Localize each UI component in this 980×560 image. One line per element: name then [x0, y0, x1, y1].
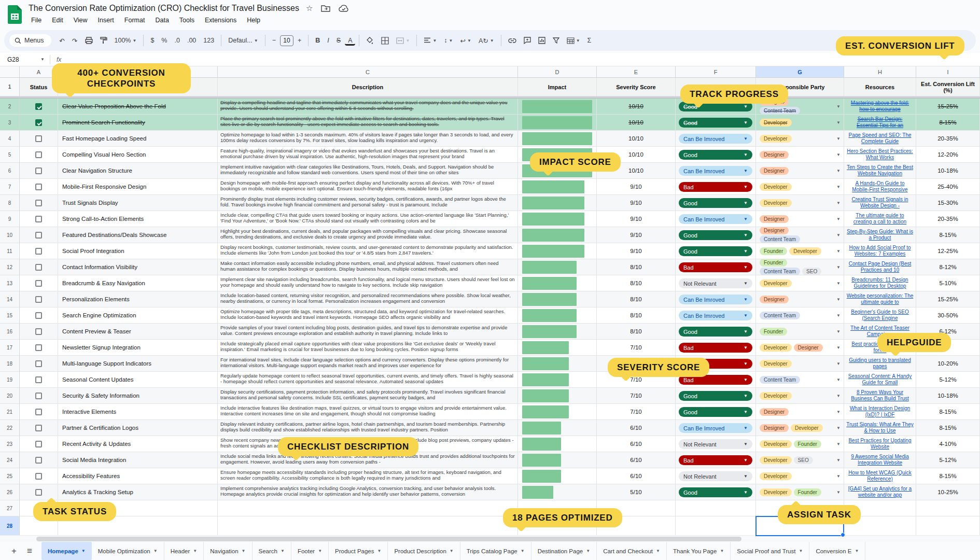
responsible-party-cell[interactable]: DeveloperDesigner▼ [756, 340, 844, 356]
status-dropdown-cell[interactable]: Good▼ [676, 324, 756, 340]
description-cell[interactable]: Regularly update homepage content to ref… [218, 372, 518, 388]
impact-bar-cell[interactable] [518, 275, 597, 291]
scrollbar-thumb[interactable] [36, 537, 741, 541]
conversion-lift-cell[interactable]: 12-20% [916, 147, 980, 163]
status-dropdown-cell[interactable]: Not Relevant▼ [676, 275, 756, 291]
responsible-party-cell[interactable]: Designer▼ [756, 163, 844, 179]
resource-link[interactable]: How to Add Social Proof to Websites: 7 E… [846, 245, 914, 257]
checkbox-unchecked[interactable] [35, 264, 42, 271]
checkpoint-name-cell[interactable]: Prominent Search Functionality [58, 115, 218, 131]
party-chip[interactable]: Founder [760, 259, 787, 267]
impact-bar-cell[interactable] [518, 227, 597, 243]
print-button[interactable] [82, 35, 96, 46]
party-chip[interactable]: Content Team [760, 235, 800, 243]
impact-bar-cell[interactable] [518, 307, 597, 324]
party-chip[interactable]: Designer [760, 424, 789, 432]
resource-link[interactable]: [GA4] Set up Analytics for a website and… [846, 486, 914, 498]
party-chip[interactable]: Designer [760, 167, 789, 175]
party-chip[interactable]: Developer [760, 488, 792, 496]
resource-link[interactable]: Hero Section Best Practices: What Works [846, 148, 914, 161]
description-cell[interactable]: Implement clear site navigation includin… [218, 275, 518, 291]
conversion-lift-cell[interactable]: 4-10% [916, 436, 980, 452]
resource-link[interactable]: Guiding users to translated pages [846, 357, 914, 370]
status-checkbox-cell[interactable] [20, 420, 58, 436]
conversion-lift-cell[interactable]: 8-12% [916, 259, 980, 275]
resource-link-cell[interactable]: How to Meet WCAG (Quick Reference) [844, 468, 916, 484]
party-chip[interactable]: Developer [791, 424, 823, 432]
checkbox-unchecked[interactable] [35, 280, 42, 287]
party-chip[interactable]: Designer [760, 227, 789, 234]
severity-score-cell[interactable]: 9/10 [597, 211, 676, 227]
status-dropdown-cell[interactable]: Good▼ [676, 404, 756, 420]
impact-bar-cell[interactable] [518, 211, 597, 227]
checkbox-unchecked[interactable] [35, 457, 42, 464]
checkpoint-name-cell[interactable]: Social Proof Integration [58, 243, 218, 259]
responsible-party-cell[interactable]: Developer▼ [756, 468, 844, 484]
severity-score-cell[interactable]: 8/10 [597, 259, 676, 275]
column-letter-E[interactable]: E [597, 66, 676, 78]
sheet-tab-thank-you-page[interactable]: Thank You Page▼ [667, 542, 731, 560]
checkpoint-name-cell[interactable]: Contact Information Visibility [58, 259, 218, 275]
description-cell[interactable]: Optimize homepage with proper title tags… [218, 307, 518, 324]
decrease-decimal-button[interactable]: .0 [171, 35, 183, 46]
responsible-party-cell[interactable]: Developer▼ [756, 195, 844, 211]
status-pill[interactable]: Can Be Imroved▼ [679, 166, 752, 176]
status-pill[interactable]: Good▼ [679, 407, 752, 417]
party-dropdown-arrow[interactable]: ▼ [836, 136, 841, 141]
empty-cell[interactable] [218, 516, 518, 536]
resource-link-cell[interactable]: 9 Awesome Social Media Integration Websi… [844, 452, 916, 468]
party-dropdown-arrow[interactable]: ▼ [836, 265, 841, 270]
conversion-lift-cell[interactable]: 20-35% [916, 211, 980, 227]
status-checkbox-cell[interactable] [20, 324, 58, 340]
status-pill[interactable]: Good▼ [679, 391, 752, 401]
severity-score-cell[interactable]: 10/10 [597, 131, 676, 147]
text-color-button[interactable]: A [345, 35, 355, 46]
responsible-party-cell[interactable]: DesignerDeveloper▼ [756, 420, 844, 436]
party-dropdown-arrow[interactable]: ▼ [836, 394, 841, 398]
impact-bar-cell[interactable] [518, 404, 597, 420]
borders-button[interactable] [378, 35, 392, 46]
status-pill[interactable]: Good▼ [679, 198, 752, 208]
party-chip[interactable]: Designer [794, 344, 823, 352]
description-cell[interactable]: Include location-based content, returnin… [218, 291, 518, 307]
decrease-font-size-button[interactable]: − [269, 35, 279, 46]
zoom-select[interactable]: 100% ▼ [111, 35, 140, 46]
status-dropdown-cell[interactable]: Good▼ [676, 147, 756, 163]
resource-link[interactable]: What is Interaction Design (IxD)? | IxDF [846, 405, 914, 418]
name-box[interactable]: G28▼ [0, 56, 50, 63]
status-pill[interactable]: Not Relevant▼ [679, 439, 752, 449]
undo-button[interactable]: ↶ [57, 35, 68, 46]
resource-link-cell[interactable]: The ultimate guide to creating a call to… [844, 211, 916, 227]
resource-link-cell[interactable]: Hero Section Best Practices: What Works [844, 147, 916, 163]
resource-link-cell[interactable]: Beginner's Guide to SEO (Search Engine [844, 307, 916, 324]
checkpoint-name-cell[interactable]: Mobile-First Responsive Design [58, 179, 218, 195]
resource-link[interactable]: Seasonal Content: A Handy Guide for Smal… [846, 373, 914, 386]
column-letter-H[interactable]: H [844, 66, 916, 78]
severity-score-cell[interactable]: 5/10 [597, 484, 676, 500]
menu-tools[interactable]: Tools [175, 16, 199, 25]
party-chip[interactable]: Founder [760, 247, 787, 255]
severity-score-cell[interactable]: 9/10 [597, 195, 676, 211]
checkpoint-name-cell[interactable]: Analytics & Tracking Setup [58, 484, 218, 500]
status-pill[interactable]: Good▼ [679, 246, 752, 256]
checkbox-unchecked[interactable] [35, 248, 42, 255]
impact-bar-cell[interactable] [518, 372, 597, 388]
status-checkbox-cell[interactable] [20, 468, 58, 484]
impact-bar-cell[interactable] [518, 484, 597, 500]
status-dropdown-cell[interactable]: Not Relevant▼ [676, 468, 756, 484]
severity-score-cell[interactable]: 9/10 [597, 179, 676, 195]
status-pill[interactable]: Good▼ [679, 230, 752, 240]
horizontal-align-button[interactable]: ▼ [421, 36, 440, 45]
party-chip[interactable]: Designer [760, 215, 789, 223]
party-dropdown-arrow[interactable]: ▼ [836, 217, 841, 221]
checkbox-unchecked[interactable] [35, 296, 42, 303]
format-percent-button[interactable]: % [158, 35, 170, 46]
responsible-party-cell[interactable]: Designer▼ [756, 404, 844, 420]
resource-link-cell[interactable]: [GA4] Set up Analytics for a website and… [844, 484, 916, 500]
status-checkbox-cell[interactable] [20, 243, 58, 259]
status-checkbox-cell[interactable] [20, 179, 58, 195]
conversion-lift-cell[interactable]: 5-10% [916, 275, 980, 291]
status-pill[interactable]: Not Relevant▼ [679, 278, 752, 288]
resource-link-cell[interactable]: A Hands-On Guide to Mobile-First Respons… [844, 179, 916, 195]
fill-color-button[interactable] [363, 35, 377, 46]
